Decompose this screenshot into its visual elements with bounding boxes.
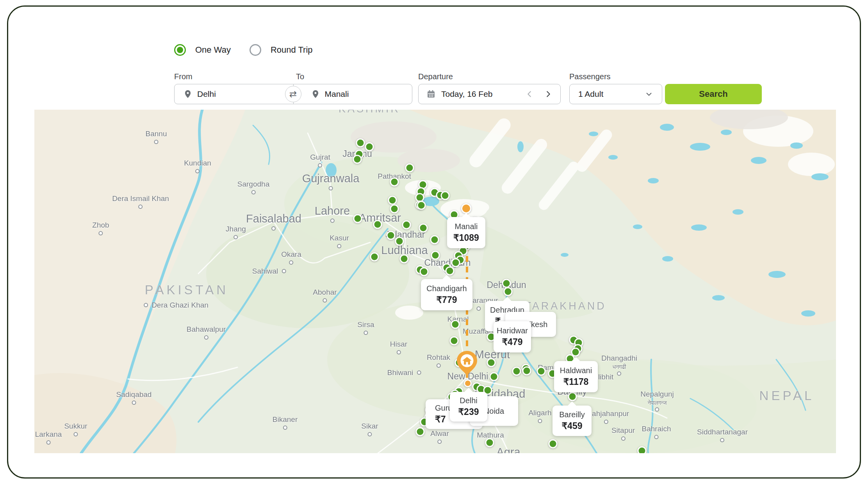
price-tooltip[interactable]: Haldwani₹1178: [554, 361, 598, 392]
map-city-label: Gujranwala: [302, 173, 360, 190]
city-marker[interactable]: [450, 336, 459, 345]
price-tooltip[interactable]: Haridwar₹479: [494, 321, 531, 352]
city-marker[interactable]: [390, 205, 399, 214]
date-next-icon[interactable]: [542, 87, 555, 101]
city-marker[interactable]: [441, 191, 450, 200]
city-marker[interactable]: [387, 231, 396, 240]
city-marker[interactable]: [390, 178, 399, 187]
passengers-field[interactable]: 1 Adult: [569, 84, 662, 104]
city-marker[interactable]: [405, 164, 414, 173]
from-value[interactable]: Delhi: [197, 89, 216, 99]
city-marker[interactable]: [537, 367, 546, 376]
city-name: Larkana: [35, 431, 62, 438]
city-marker[interactable]: [431, 251, 440, 260]
city-dot-icon: [330, 219, 335, 223]
city-name: Okara: [281, 251, 301, 258]
to-value[interactable]: Manali: [325, 89, 349, 99]
map-city-label: Hisar: [390, 340, 407, 354]
city-name: Gujranwala: [302, 173, 360, 184]
city-marker[interactable]: [430, 235, 439, 244]
departure-field[interactable]: Today, 16 Feb: [418, 84, 561, 104]
city-marker[interactable]: [373, 220, 382, 229]
city-marker[interactable]: [356, 139, 365, 148]
swap-icon[interactable]: ⇄: [285, 86, 301, 102]
city-name: Sitapur: [611, 427, 635, 434]
city-marker[interactable]: [490, 372, 499, 381]
city-marker[interactable]: [568, 392, 577, 401]
city-marker[interactable]: [451, 258, 460, 267]
map-city-label: Sukkur: [64, 422, 87, 436]
app-window: One Way Round Trip From To Departure Pas…: [7, 5, 861, 479]
city-marker[interactable]: [549, 440, 558, 448]
city-dot-icon: [538, 419, 542, 423]
city-marker[interactable]: [420, 267, 429, 276]
city-marker[interactable]: [365, 142, 374, 151]
city-marker[interactable]: [451, 320, 460, 329]
map-city-label: Rohtak: [427, 354, 450, 368]
city-marker[interactable]: [504, 287, 513, 296]
city-name: Siddhartanagar: [697, 428, 748, 436]
city-marker[interactable]: [370, 253, 379, 262]
to-input[interactable]: ⇄ Manali: [293, 84, 412, 104]
map-city-label: Agra: [496, 446, 520, 453]
map-city-label: Dera Ghazi Khan: [144, 301, 209, 309]
route-endpoint-marker[interactable]: [461, 203, 471, 214]
departure-value[interactable]: Today, 16 Feb: [441, 89, 493, 99]
map-canvas[interactable]: KASHMIRPAKISTANUTTARAKHANDNEPALBannuKund…: [34, 110, 836, 453]
map-city-label: Jhang: [226, 225, 246, 239]
city-dot-icon: [73, 432, 78, 436]
price-tooltip[interactable]: Manali₹1089: [447, 217, 485, 248]
city-marker[interactable]: [487, 358, 496, 367]
city-marker[interactable]: [395, 237, 404, 246]
city-marker[interactable]: [353, 155, 362, 164]
tooltip-price: ₹459: [561, 421, 582, 431]
search-button[interactable]: Search: [665, 84, 762, 104]
radio-unselected-icon[interactable]: [250, 44, 261, 56]
city-marker[interactable]: [416, 427, 425, 436]
route-endpoint-marker[interactable]: [464, 379, 472, 387]
city-name: Bahraich: [642, 425, 671, 433]
city-dot-icon: [417, 371, 421, 375]
city-dot-icon: [195, 169, 200, 173]
city-marker[interactable]: [512, 367, 521, 376]
map-city-label: Sirsa: [357, 321, 374, 335]
price-tooltip[interactable]: Bareilly₹459: [553, 406, 592, 436]
tooltip-price: ₹779: [436, 295, 457, 305]
passengers-value[interactable]: 1 Adult: [578, 89, 603, 99]
city-marker[interactable]: [417, 201, 426, 210]
city-dot-icon: [283, 425, 287, 430]
city-marker[interactable]: [388, 196, 397, 205]
city-dot-icon: [289, 260, 294, 265]
city-name: Sikar: [361, 422, 378, 430]
map-city-label: Bahraich: [642, 425, 671, 439]
city-dot-icon: [654, 435, 659, 439]
from-input[interactable]: Delhi: [175, 84, 293, 104]
date-prev-icon[interactable]: [523, 87, 536, 101]
city-dot-icon: [437, 440, 442, 444]
radio-one-way[interactable]: One Way: [174, 44, 231, 56]
city-marker[interactable]: [446, 267, 454, 276]
price-tooltip[interactable]: Delhi₹239: [450, 392, 487, 422]
home-pin-icon[interactable]: [454, 350, 479, 379]
city-marker[interactable]: [419, 224, 428, 233]
city-name: Dera Ismail Khan: [112, 195, 169, 203]
city-name: Alwar: [430, 430, 449, 438]
city-marker[interactable]: [402, 221, 411, 230]
trip-type-group: One Way Round Trip: [174, 44, 313, 56]
city-name: Sukkur: [64, 422, 87, 430]
map-city-label: Nepalgunjनेपालगन्ज: [640, 390, 674, 412]
radio-round-trip[interactable]: Round Trip: [250, 44, 313, 56]
price-tooltip[interactable]: Chandigarh₹779: [421, 279, 472, 310]
city-marker[interactable]: [522, 367, 531, 375]
city-name: Kundian: [184, 159, 211, 167]
city-marker[interactable]: [353, 214, 362, 223]
map-city-label: Sadiqabad: [116, 391, 152, 405]
city-subtitle: धनगढी: [613, 364, 626, 369]
radio-selected-icon[interactable]: [174, 44, 186, 56]
city-marker[interactable]: [502, 279, 511, 288]
city-marker[interactable]: [400, 254, 409, 263]
city-marker[interactable]: [638, 447, 647, 454]
chevron-down-icon[interactable]: [642, 87, 656, 101]
city-marker[interactable]: [485, 438, 494, 447]
city-dot-icon: [251, 190, 256, 194]
